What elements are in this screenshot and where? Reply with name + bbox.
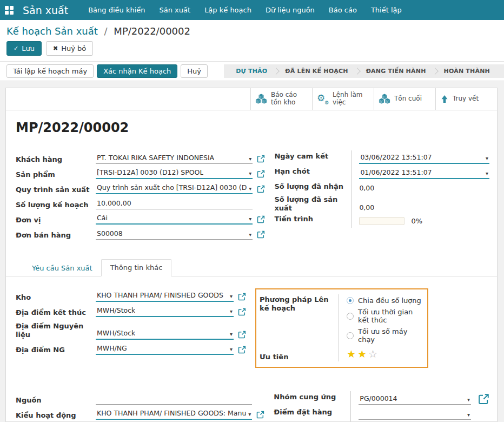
radio-option-equal-split[interactable]: Chia đều số lượng [347, 295, 423, 306]
produced-qty-value: 0,00 [359, 202, 489, 212]
external-link-icon[interactable] [234, 308, 250, 317]
commitment-date-field[interactable]: 03/06/2022 13:51:07 ▾ [359, 152, 489, 164]
uom-field[interactable]: Cái ▾ [96, 213, 253, 225]
operation-type-label: Kiểu hoạt động [16, 410, 96, 420]
chevron-down-icon[interactable]: ▾ [249, 232, 251, 238]
star-icon[interactable]: ☆ [368, 349, 377, 359]
procurement-group-field[interactable]: PG/000014 ▾ [359, 393, 471, 405]
chevron-down-icon[interactable]: ▾ [249, 170, 251, 176]
progress-bar [359, 217, 404, 225]
end-location-label: Địa điểm kết thúc [16, 307, 96, 317]
traceability-button[interactable]: Truy vết [435, 88, 497, 110]
end-location-field[interactable]: MWH/Stock ▾ [96, 305, 234, 317]
external-link-icon[interactable] [471, 391, 489, 406]
tab-production-request[interactable]: Yêu cầu Sản xuất [23, 260, 101, 276]
menu-item-manufacturing[interactable]: Sản xuất [154, 1, 197, 19]
external-link-icon[interactable] [253, 185, 269, 194]
menu-item-planning[interactable]: Lập kế hoạch [198, 1, 257, 19]
reordering-rule-field[interactable]: ▾ [359, 408, 471, 420]
save-button[interactable]: ✓ Lưu [6, 41, 42, 56]
chevron-down-icon[interactable]: ▾ [230, 293, 233, 299]
ng-location-field[interactable]: MWH/NG ▾ [96, 343, 234, 355]
chevron-down-icon[interactable]: ▾ [248, 411, 251, 417]
app-title[interactable]: Sản xuất [23, 4, 68, 16]
produced-qty-label: Số lượng đã sản xuất [274, 194, 351, 213]
menu-item-master-data[interactable]: Dữ liệu nguồn [260, 1, 321, 19]
field-row-uom: Đơn vị Cái ▾ [16, 211, 269, 226]
content-area: Báo cáo tồn kho ⚙⚙ Lệnh làm việc Tồn cuố… [0, 81, 504, 422]
discard-button[interactable]: ✖ Huỷ bỏ [46, 41, 93, 56]
external-link-icon[interactable] [253, 215, 269, 225]
traceability-label: Truy vết [453, 95, 479, 103]
planned-qty-field[interactable]: 10.000,00 [96, 197, 253, 209]
external-link-icon[interactable] [253, 230, 269, 240]
chevron-down-icon[interactable]: ▾ [230, 308, 233, 314]
external-link-icon[interactable] [234, 346, 250, 355]
bottom-form: Nguồn Kiểu hoạt động KHO THANH PHAM/ FIN… [6, 371, 497, 421]
customer-field[interactable]: PT. TOKAI RIKA SAFETY INDONESIA ▾ [96, 152, 253, 164]
material-location-label: Địa điểm Nguyên liệu [16, 320, 96, 340]
main-form: Khách hàng PT. TOKAI RIKA SAFETY INDONES… [6, 150, 497, 241]
radio-selected-icon[interactable] [347, 297, 354, 304]
work-orders-button[interactable]: ⚙⚙ Lệnh làm việc [312, 88, 374, 110]
status-step-planned[interactable]: ĐÃ LÊN KẾ HOẠCH [278, 68, 354, 75]
planning-method-label: Phương pháp Lên kế hoạch [260, 294, 339, 346]
product-field[interactable]: [TRSI-D12A] 0030 (D12) SPOOL ▾ [96, 167, 253, 179]
top-navbar: Sản xuất Bảng điều khiển Sản xuất Lập kế… [0, 0, 504, 20]
chevron-down-icon[interactable]: ▾ [249, 186, 251, 192]
operation-type-field[interactable]: KHO THANH PHAM/ FINISHED GOODS: Manu ▾ [96, 408, 252, 420]
form-right-column: Ngày cam kết 03/06/2022 13:51:07 ▾ Hạn c… [274, 150, 489, 241]
spacer [252, 404, 268, 405]
notebook-tabs: Yêu cầu Sản xuất Thông tin khác [6, 259, 497, 276]
cancel-button[interactable]: Huỷ [181, 64, 208, 78]
menu-item-reporting[interactable]: Báo cáo [323, 1, 363, 19]
external-link-icon[interactable] [253, 170, 269, 179]
chevron-down-icon[interactable]: ▾ [230, 331, 233, 337]
apps-menu-icon[interactable] [0, 0, 18, 20]
tab-other-info[interactable]: Thông tin khác [101, 259, 172, 276]
field-row-deadline: Hạn chót 01/06/2022 13:51:07 ▾ [274, 166, 489, 181]
source-field[interactable] [96, 393, 252, 405]
ending-stock-button[interactable]: Tồn cuối [374, 88, 435, 110]
external-link-icon[interactable] [253, 155, 269, 164]
chevron-down-icon[interactable]: ▾ [467, 412, 470, 418]
chevron-down-icon[interactable]: ▾ [249, 216, 251, 222]
stock-report-button[interactable]: Báo cáo tồn kho [250, 88, 312, 110]
external-link-icon[interactable] [252, 411, 268, 420]
status-step-done[interactable]: HOÀN THÀNH [437, 68, 496, 75]
material-location-field[interactable]: MWH/Stock ▾ [96, 328, 234, 340]
breadcrumb-parent-link[interactable]: Kế hoạch Sản xuất [6, 25, 98, 37]
page: Sản xuất Bảng điều khiển Sản xuất Lập kế… [0, 0, 504, 422]
star-icon[interactable]: ★ [357, 349, 367, 359]
confirm-plan-button[interactable]: Xác nhận Kế hoạch [97, 64, 177, 78]
sale-order-field[interactable]: S00008 ▾ [96, 228, 253, 240]
radio-icon[interactable] [347, 332, 354, 339]
field-row-end-location: Địa điểm kết thúc MWH/Stock ▾ [16, 304, 250, 319]
deadline-field[interactable]: 01/06/2022 13:51:07 ▾ [359, 167, 489, 179]
field-row-source: Nguồn [16, 391, 268, 406]
routing-field[interactable]: Quy trình sản xuất cho [TRSI-D12A] 0030 … [96, 182, 253, 194]
breadcrumb-current: MP/2022/00002 [114, 25, 190, 37]
warehouse-label: Kho [16, 292, 96, 302]
radio-option-optimize-machines[interactable]: Tối ưu số máy chạy [347, 326, 423, 345]
smart-buttons-row: Báo cáo tồn kho ⚙⚙ Lệnh làm việc Tồn cuố… [6, 88, 497, 110]
external-link-icon[interactable] [234, 293, 250, 302]
external-link-icon[interactable] [234, 331, 250, 340]
chevron-down-icon[interactable]: ▾ [486, 155, 488, 161]
star-icon[interactable]: ★ [347, 349, 356, 359]
close-icon: ✖ [53, 45, 58, 52]
radio-icon[interactable] [347, 313, 354, 320]
chevron-down-icon[interactable]: ▾ [230, 346, 233, 352]
chevron-down-icon[interactable]: ▾ [467, 397, 470, 403]
menu-item-settings[interactable]: Thiết lập [365, 1, 408, 19]
chevron-down-icon[interactable]: ▾ [486, 170, 488, 176]
status-step-draft[interactable]: DỰ THẢO [229, 68, 274, 75]
menu-item-dashboard[interactable]: Bảng điều khiển [82, 1, 151, 19]
breadcrumb: Kế hoạch Sản xuất / MP/2022/00002 [6, 25, 498, 37]
status-step-in-progress[interactable]: ĐANG TIẾN HÀNH [360, 68, 433, 75]
warehouse-field[interactable]: KHO THANH PHAM/ FINISHED GOODS ▾ [96, 290, 234, 302]
replan-machines-button[interactable]: Tái lập kế hoạch máy [6, 64, 94, 78]
work-orders-label: Lệnh làm việc [333, 91, 369, 107]
radio-option-optimize-end-time[interactable]: Tối ưu thời gian kết thúc [347, 306, 423, 326]
chevron-down-icon[interactable]: ▾ [249, 156, 251, 162]
